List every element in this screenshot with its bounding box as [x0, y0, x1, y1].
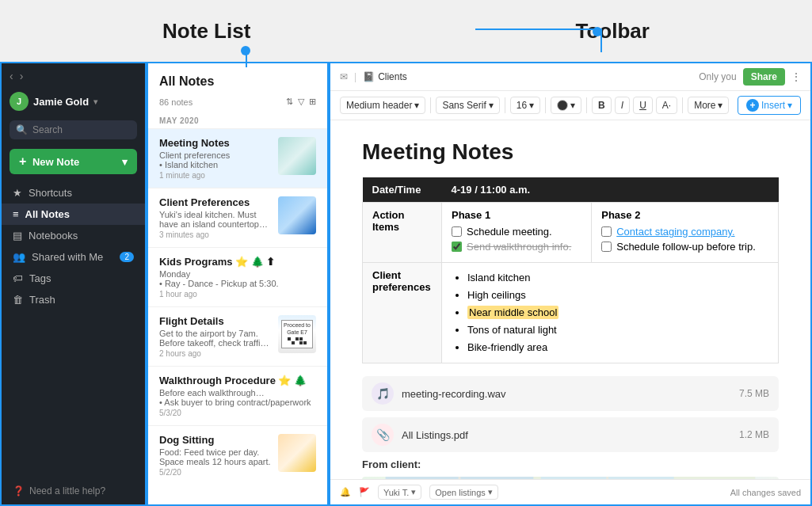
checkbox-walkthrough-input[interactable] [452, 242, 462, 252]
note-content: Client Preferences Yuki's ideal kitchen.… [159, 196, 272, 239]
pref-ceilings: High ceilings [467, 287, 768, 304]
annotation-line-note [246, 48, 247, 67]
sidebar-user[interactable]: J Jamie Gold ▾ [2, 89, 145, 117]
note-content: Walkthrough Procedure ⭐ 🌲 Before each wa… [159, 375, 316, 417]
note-time: 3 minutes ago [159, 230, 272, 239]
highlight-button[interactable]: A· [656, 97, 677, 114]
checkbox-followup-input[interactable] [601, 242, 612, 252]
user-dropdown[interactable]: Yuki T. ▾ [378, 485, 421, 500]
note-item-kids[interactable]: Kids Programs ⭐ 🌲 ⬆ Monday• Ray - Dance … [148, 247, 327, 306]
bell-icon[interactable]: 🔔 [340, 487, 351, 497]
attachment-wav[interactable]: 🎵 meeting-recording.wav 7.5 MB [362, 376, 779, 411]
trash-icon: 🗑 [13, 294, 23, 306]
table-cell-action-header: Action Items [363, 203, 442, 263]
editor-title: Meeting Notes [362, 139, 779, 165]
separator [430, 97, 431, 113]
nav-forward-icon[interactable]: › [20, 70, 24, 82]
toolbar-annotation: Toolbar [575, 19, 649, 44]
topbar-sep: | [354, 71, 356, 82]
note-item-flight[interactable]: Flight Details Get to the airport by 7am… [148, 306, 327, 366]
notebook-breadcrumb[interactable]: 📓 Clients [363, 71, 407, 82]
separator [586, 97, 587, 113]
bold-button[interactable]: B [592, 97, 612, 114]
share-button[interactable]: Share [743, 68, 785, 86]
new-note-button[interactable]: + New Note ▾ [10, 149, 137, 174]
shortcuts-icon: ★ [13, 187, 22, 199]
user-chevron-icon: ▾ [93, 97, 97, 106]
editor-content[interactable]: Meeting Notes Date/Time 4-19 / 11:00 a.m… [330, 120, 810, 479]
help-label: Need a little help? [29, 485, 105, 496]
sidebar-item-shared[interactable]: 👥 Shared with Me 2 [2, 246, 145, 268]
size-chevron-icon: ▾ [529, 100, 534, 111]
sidebar-item-trash[interactable]: 🗑 Trash [2, 289, 145, 310]
italic-button[interactable]: I [615, 97, 630, 114]
editor-topbar: ✉ | 📓 Clients Only you Share ⋮ [330, 63, 810, 91]
pref-light: Tons of natural light [467, 321, 768, 339]
flag-icon[interactable]: 🚩 [359, 487, 370, 497]
size-dropdown[interactable]: 16 ▾ [510, 97, 540, 114]
pref-school-highlight: Near middle school [467, 306, 558, 319]
table-cell-phase1: Phase 1 Schedule meeting. Send walkthrou… [442, 203, 592, 263]
saved-label: All changes saved [730, 488, 801, 497]
editor-toolbar: Medium header ▾ Sans Serif ▾ 16 ▾ ▾ B I … [330, 91, 810, 120]
note-content: Dog Sitting Food: Feed twice per day. Sp… [159, 434, 272, 477]
sort-icon[interactable]: ⇅ [286, 97, 293, 107]
topbar-right: Only you Share ⋮ [699, 68, 801, 86]
note-time: 5/2/20 [159, 468, 272, 477]
more-icon[interactable]: ⋮ [791, 71, 801, 82]
attachment-pdf[interactable]: 📎 All Listings.pdf 1.2 MB [362, 417, 779, 452]
sidebar-item-all-notes[interactable]: ≡ All Notes [2, 204, 145, 225]
checkbox-schedule: Schedule meeting. [452, 226, 581, 238]
sidebar-item-shortcuts[interactable]: ★ Shortcuts [2, 182, 145, 204]
note-item-meeting[interactable]: Meeting Notes Client preferences• Island… [148, 128, 327, 188]
style-chevron-icon: ▾ [414, 100, 419, 111]
tags-label: Tags [29, 272, 51, 284]
help-icon: ❓ [13, 485, 25, 496]
checkbox-walkthrough: Send walkthrough info. [452, 241, 581, 253]
style-dropdown[interactable]: Medium header ▾ [340, 97, 425, 114]
table-cell-client-header: Clientpreferences [363, 263, 442, 363]
nav-back-icon[interactable]: ‹ [10, 70, 13, 82]
table-cell-phase2: Phase 2 Contact staging company. Schedul… [592, 203, 779, 263]
checkbox-walkthrough-label: Send walkthrough info. [467, 241, 571, 253]
table-cell-datetime-header: Date/Time [363, 177, 442, 203]
insert-chevron-icon: ▾ [787, 100, 792, 111]
note-list-annotation: Note List [162, 19, 250, 44]
insert-button[interactable]: + Insert ▾ [738, 96, 801, 115]
color-chevron-icon: ▾ [570, 100, 575, 111]
note-item-walkthrough[interactable]: Walkthrough Procedure ⭐ 🌲 Before each wa… [148, 366, 327, 425]
note-item-dog[interactable]: Dog Sitting Food: Feed twice per day. Sp… [148, 425, 327, 485]
sidebar-help[interactable]: ❓ Need a little help? [2, 477, 145, 504]
note-title: Dog Sitting [159, 434, 272, 446]
search-placeholder: Search [32, 124, 63, 135]
note-time: 5/3/20 [159, 409, 316, 417]
notebook-icon: 📓 [363, 71, 375, 82]
notebook-name: Clients [378, 71, 407, 82]
wav-name: meeting-recording.wav [402, 388, 731, 400]
checkbox-schedule-input[interactable] [452, 226, 462, 237]
checkbox-contact-input[interactable] [601, 226, 612, 237]
note-item-client-prefs[interactable]: Client Preferences Yuki's ideal kitchen.… [148, 188, 327, 247]
listings-dropdown[interactable]: Open listings ▾ [429, 485, 498, 500]
font-dropdown[interactable]: Sans Serif ▾ [436, 97, 499, 114]
table-cell-client-prefs: Island kitchen High ceilings Near middle… [442, 263, 779, 363]
phase2-header: Phase 2 [601, 209, 768, 221]
underline-button[interactable]: U [633, 97, 653, 114]
sidebar-item-tags[interactable]: 🏷 Tags [2, 268, 145, 289]
trash-label: Trash [29, 294, 55, 306]
color-circle [557, 100, 568, 111]
note-preview: Food: Feed twice per day. Space meals 12… [159, 447, 272, 466]
sidebar-search[interactable]: 🔍 Search [10, 120, 137, 139]
more-button[interactable]: More ▾ [688, 97, 729, 114]
view-icon[interactable]: ⊞ [309, 97, 316, 107]
shared-label: Shared with Me [32, 251, 103, 263]
color-picker[interactable]: ▾ [551, 97, 581, 114]
toolbar-hline [475, 29, 602, 30]
listings-label: Open listings [435, 488, 486, 497]
filter-icon[interactable]: ▽ [298, 97, 304, 107]
visibility-label: Only you [699, 71, 736, 82]
table-cell-datetime-val: 4-19 / 11:00 a.m. [442, 177, 779, 203]
editor-footer: 🔔 🚩 Yuki T. ▾ Open listings ▾ All change… [330, 479, 810, 504]
sidebar-item-notebooks[interactable]: ▤ Notebooks [2, 225, 145, 246]
font-chevron-icon: ▾ [489, 100, 494, 111]
